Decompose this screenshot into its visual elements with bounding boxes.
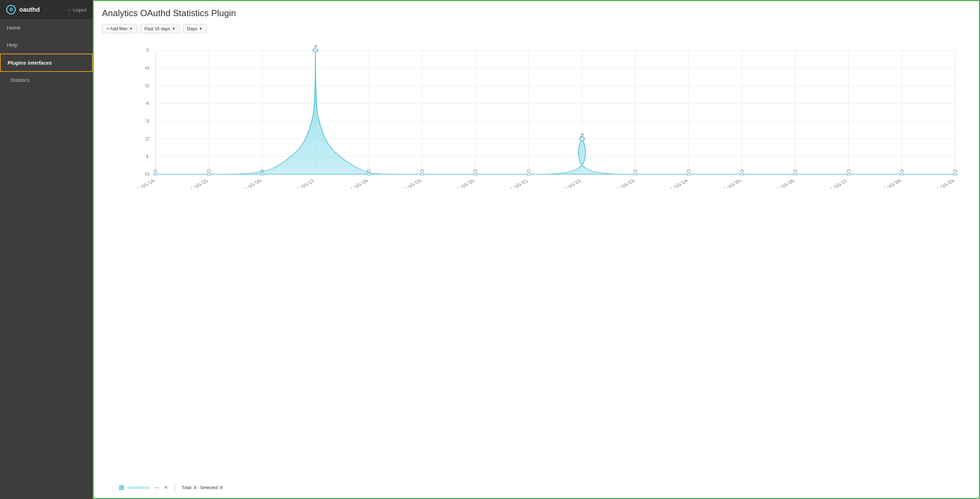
svg-point-37 — [367, 173, 371, 175]
svg-point-34 — [207, 173, 211, 175]
gear-icon: ⚙ — [6, 5, 16, 14]
legend-dash-icon: — — [155, 485, 159, 490]
svg-text:0: 0 — [420, 169, 424, 173]
svg-point-42 — [633, 173, 637, 175]
logout-arrow-icon: → — [67, 7, 71, 13]
svg-text:2014-10-29: 2014-10-29 — [927, 179, 956, 188]
svg-text:2014-10-27: 2014-10-27 — [820, 179, 850, 188]
svg-text:2014-10-19: 2014-10-19 — [394, 179, 423, 188]
svg-text:2014-10-21: 2014-10-21 — [500, 179, 530, 188]
legend: connexions — ✕ | Total: 9 - Selected: 9 — [102, 484, 971, 491]
add-filter-button[interactable]: + Add filter ▼ — [102, 24, 137, 33]
svg-point-39 — [474, 173, 477, 175]
svg-text:2014-10-14: 2014-10-14 — [127, 179, 157, 188]
svg-text:0: 0 — [260, 169, 264, 173]
svg-point-33 — [154, 173, 158, 175]
svg-point-46 — [847, 173, 851, 175]
plugins-interfaces-label: Plugins interfaces — [8, 60, 52, 65]
svg-text:0: 0 — [153, 169, 157, 173]
legend-separator: | — [174, 484, 176, 491]
svg-point-41 — [580, 137, 584, 140]
add-filter-label: + Add filter — [107, 26, 128, 31]
svg-text:4: 4 — [145, 101, 150, 106]
chart-svg: 0 1 2 3 4 5 6 7 — [119, 44, 967, 188]
svg-text:2014-10-26: 2014-10-26 — [767, 179, 796, 188]
legend-color-box — [119, 485, 124, 490]
svg-text:0: 0 — [474, 169, 477, 173]
chart-container: 0 1 2 3 4 5 6 7 — [102, 40, 971, 480]
legend-series-name: connexions — [127, 485, 150, 490]
svg-text:2: 2 — [145, 136, 150, 141]
logout-label: Logout — [73, 7, 86, 13]
sidebar-logo: ⚙ oauthd — [6, 5, 40, 14]
svg-text:2014-10-28: 2014-10-28 — [873, 179, 903, 188]
sidebar-item-plugins-interfaces[interactable]: Plugins interfaces — [0, 54, 93, 72]
svg-text:7: 7 — [145, 48, 150, 53]
svg-point-47 — [900, 173, 904, 175]
svg-text:3: 3 — [145, 118, 150, 123]
legend-total-label: Total: 9 - Selected: 9 — [181, 485, 223, 490]
sidebar-item-statistics[interactable]: Statistics — [0, 72, 93, 89]
sidebar-item-help[interactable]: Help — [0, 37, 93, 54]
sidebar: ⚙ oauthd → Logout Home Help Plugins inte… — [0, 0, 93, 499]
svg-text:0: 0 — [367, 169, 371, 173]
help-label: Help — [7, 42, 18, 48]
svg-text:2014-10-20: 2014-10-20 — [447, 179, 476, 188]
svg-text:2014-10-22: 2014-10-22 — [554, 179, 583, 188]
granularity-button[interactable]: Days ▼ — [183, 24, 207, 33]
toolbar: + Add filter ▼ Past 15 days ▼ Days ▼ — [102, 24, 971, 33]
time-range-caret-icon: ▼ — [172, 27, 175, 30]
svg-point-43 — [687, 173, 690, 175]
sidebar-header: ⚙ oauthd → Logout — [0, 0, 93, 19]
svg-text:6: 6 — [145, 65, 150, 70]
svg-point-44 — [740, 173, 744, 175]
logout-button[interactable]: → Logout — [67, 7, 86, 13]
svg-point-40 — [527, 173, 531, 175]
add-filter-caret-icon: ▼ — [129, 27, 133, 30]
svg-text:7: 7 — [313, 45, 318, 49]
svg-text:0: 0 — [687, 169, 690, 173]
svg-text:2014-10-16: 2014-10-16 — [234, 179, 263, 188]
svg-text:5: 5 — [145, 83, 150, 88]
svg-text:2014-10-17: 2014-10-17 — [287, 179, 316, 188]
app-name: oauthd — [19, 6, 40, 13]
sidebar-item-home[interactable]: Home — [0, 19, 93, 37]
svg-point-36 — [313, 49, 318, 52]
svg-point-45 — [794, 173, 797, 175]
statistics-label: Statistics — [10, 77, 30, 83]
svg-text:2014-10-18: 2014-10-18 — [340, 179, 370, 188]
svg-text:2014-10-23: 2014-10-23 — [607, 179, 636, 188]
svg-point-35 — [260, 173, 264, 175]
home-label: Home — [7, 25, 21, 30]
legend-remove-icon[interactable]: ✕ — [164, 485, 168, 490]
svg-text:2014-10-15: 2014-10-15 — [181, 179, 210, 188]
svg-text:0: 0 — [527, 169, 531, 173]
svg-text:0: 0 — [145, 172, 150, 177]
svg-text:0: 0 — [633, 169, 637, 173]
page-title: Analytics OAuthd Statistics Plugin — [102, 8, 971, 19]
svg-text:0: 0 — [953, 169, 957, 173]
granularity-label: Days — [187, 26, 197, 31]
svg-text:2014-10-25: 2014-10-25 — [714, 179, 743, 188]
main-content: Analytics OAuthd Statistics Plugin + Add… — [93, 0, 980, 499]
svg-text:0: 0 — [207, 169, 211, 173]
granularity-caret-icon: ▼ — [199, 27, 202, 30]
svg-text:1: 1 — [145, 154, 150, 159]
time-range-label: Past 15 days — [145, 26, 170, 31]
svg-text:0: 0 — [794, 169, 797, 173]
svg-text:0: 0 — [740, 169, 744, 173]
time-range-button[interactable]: Past 15 days ▼ — [140, 24, 180, 33]
svg-text:0: 0 — [847, 169, 851, 173]
svg-text:2: 2 — [580, 133, 584, 138]
svg-text:0: 0 — [900, 169, 904, 173]
svg-point-38 — [420, 173, 424, 175]
svg-point-48 — [953, 173, 957, 175]
svg-text:2014-10-24: 2014-10-24 — [660, 179, 689, 188]
